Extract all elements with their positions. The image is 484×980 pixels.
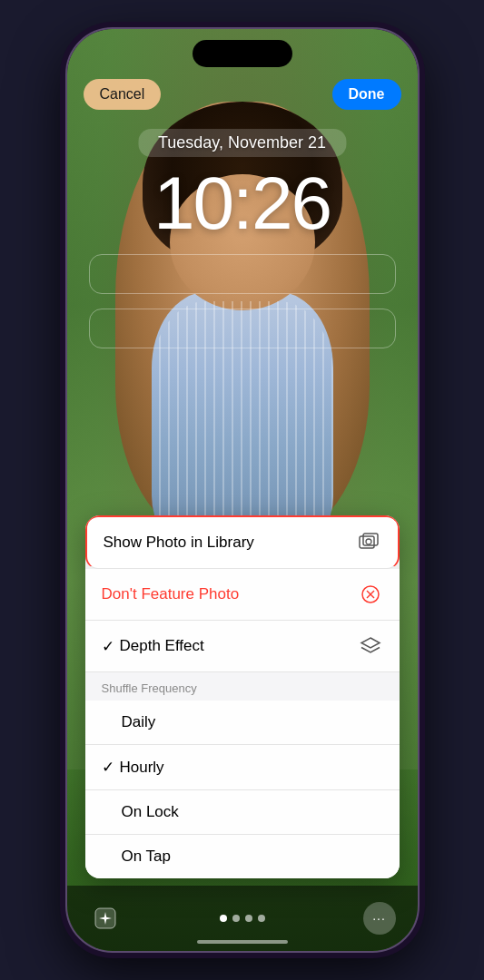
- more-button[interactable]: ···: [363, 902, 396, 935]
- on-lock-label: On Lock: [122, 803, 179, 821]
- lockscreen-time: 10:26: [153, 161, 331, 246]
- menu-item-dont-feature[interactable]: Don't Feature Photo: [85, 569, 400, 621]
- widget-bottom: [89, 309, 396, 348]
- dot-2: [232, 915, 240, 922]
- dynamic-island: [193, 40, 292, 67]
- sparkle-button[interactable]: [89, 902, 122, 935]
- dot-3: [245, 915, 252, 922]
- menu-item-daily[interactable]: Daily: [85, 701, 400, 745]
- menu-item-left-3: ✓ Depth Effect: [102, 637, 204, 656]
- menu-item-left-daily: Daily: [102, 713, 156, 731]
- dot-4: [258, 915, 265, 922]
- widget-top: [89, 254, 396, 294]
- menu-item-left-hourly: ✓ Hourly: [102, 758, 164, 777]
- hourly-checkmark: ✓: [102, 758, 114, 777]
- dot-1: [220, 915, 227, 922]
- show-photo-label: Show Photo in Library: [104, 534, 254, 552]
- hourly-label: Hourly: [120, 759, 164, 777]
- menu-item-left: Show Photo in Library: [104, 534, 254, 552]
- cancel-button[interactable]: Cancel: [84, 79, 162, 110]
- shuffle-frequency-header: Shuffle Frequency: [85, 672, 400, 701]
- home-indicator: [197, 940, 288, 944]
- x-circle-icon: [358, 582, 383, 607]
- photo-library-icon: [356, 530, 381, 555]
- top-buttons: Cancel Done: [67, 79, 418, 110]
- done-button[interactable]: Done: [332, 79, 401, 110]
- svg-marker-6: [361, 638, 380, 648]
- menu-item-left-2: Don't Feature Photo: [102, 585, 240, 603]
- depth-effect-label: Depth Effect: [120, 637, 204, 655]
- on-tap-label: On Tap: [122, 848, 172, 866]
- phone-screen: Cancel Done Tuesday, November 21 10:26 S…: [67, 29, 418, 951]
- svg-point-2: [366, 539, 371, 544]
- dont-feature-label: Don't Feature Photo: [102, 585, 240, 603]
- layers-icon: [358, 633, 383, 659]
- menu-item-show-photo[interactable]: Show Photo in Library: [85, 515, 400, 569]
- depth-checkmark: ✓: [102, 637, 114, 656]
- menu-item-hourly[interactable]: ✓ Hourly: [85, 745, 400, 790]
- phone-frame: Cancel Done Tuesday, November 21 10:26 S…: [65, 27, 420, 953]
- menu-item-left-onlock: On Lock: [102, 803, 179, 821]
- context-menu: Show Photo in Library Don't Feature Phot…: [85, 515, 400, 878]
- daily-label: Daily: [122, 713, 156, 731]
- date-text: Tuesday, November 21: [158, 133, 326, 152]
- more-icon: ···: [372, 911, 386, 926]
- lockscreen-date: Tuesday, November 21: [138, 129, 346, 157]
- menu-item-on-lock[interactable]: On Lock: [85, 790, 400, 835]
- menu-item-on-tap[interactable]: On Tap: [85, 835, 400, 878]
- time-text: 10:26: [153, 162, 331, 244]
- page-dots: [220, 915, 265, 922]
- menu-item-depth-effect[interactable]: ✓ Depth Effect: [85, 621, 400, 672]
- menu-item-left-ontap: On Tap: [102, 848, 172, 866]
